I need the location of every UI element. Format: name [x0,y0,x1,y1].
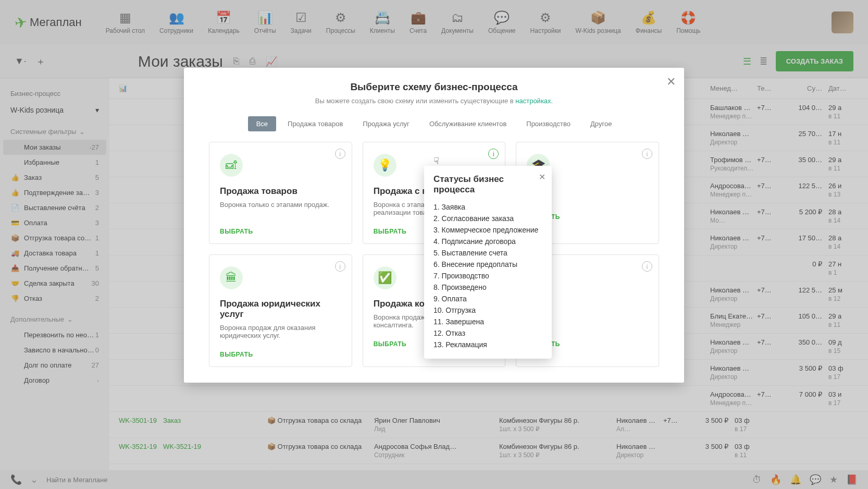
card-desc: Воронка продаж для оказания юридических … [220,324,341,344]
modal-close-button[interactable]: ✕ [666,75,676,89]
status-item: 10. Отгрузка [433,304,542,316]
card-icon: 🛋 [220,154,243,177]
status-item: 12. Отказ [433,327,542,339]
status-item: 5. Выставление счета [433,247,542,259]
status-item: 8. Произведено [433,282,542,293]
modal-title: Выберите схему бизнес-процесса [194,81,674,93]
modal-tab[interactable]: Другое [582,116,620,131]
info-icon[interactable]: i [335,261,345,272]
modal-overlay: Выберите схему бизнес-процесса Вы можете… [0,0,868,489]
card-icon: 💡 [374,154,396,177]
info-icon[interactable]: i [642,149,652,159]
status-item: 6. Внесение предоплаты [433,259,542,270]
scheme-card: i 🏛 Продажа юридических услуг Воронка пр… [209,254,352,367]
modal-subtitle: Вы можете создать свою схему или изменит… [194,97,674,105]
modal-tab[interactable]: Продажа услуг [354,116,418,131]
status-item: 9. Оплата [433,293,542,304]
card-desc: Воронка только с этапами продаж. [220,201,341,221]
modal-tab[interactable]: Все [248,116,276,131]
modal-tab[interactable]: Обслуживание клиентов [421,116,515,131]
info-icon[interactable]: i [335,149,345,159]
status-item: 13. Рекламация [433,339,542,350]
modal-tab[interactable]: Производство [518,116,579,131]
card-select-button[interactable]: ВЫБРАТЬ [220,351,341,358]
status-item: 2. Согласование заказа [433,213,542,224]
status-item: 4. Подписание договора [433,236,542,247]
popover-title: Статусы бизнес процесса [433,174,542,195]
modal-tabs: ВсеПродажа товаровПродажа услугОбслужива… [184,109,684,142]
status-item: 11. Завершена [433,316,542,327]
scheme-card: i 🛋 Продажа товаров Воронка только с эта… [209,142,352,244]
card-icon: 🏛 [220,266,243,289]
popover-close-button[interactable]: ✕ [539,172,545,182]
settings-link[interactable]: настройках [515,97,551,105]
info-icon[interactable]: i [488,149,499,159]
status-item: 7. Производство [433,270,542,282]
status-item: 1. Заявка [433,201,542,213]
info-icon[interactable]: i [642,261,652,272]
card-title: Продажа товаров [220,186,341,197]
status-item: 3. Коммерческое предложение [433,224,542,236]
card-select-button[interactable]: ВЫБРАТЬ [220,228,341,235]
statuses-popover: ✕ Статусы бизнес процесса 1. Заявка2. Со… [424,166,552,359]
modal-tab[interactable]: Продажа товаров [279,116,351,131]
card-icon: ✅ [374,266,396,289]
card-title: Продажа юридических услуг [220,299,341,320]
